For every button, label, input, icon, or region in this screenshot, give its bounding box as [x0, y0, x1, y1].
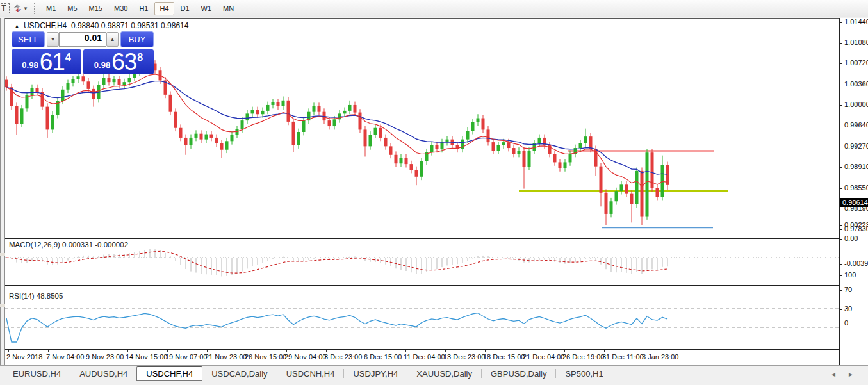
price-tick-1.01440: 1.01440 — [844, 18, 868, 26]
scale-tick-dash — [840, 229, 842, 230]
price-tick-0.99270: 0.99270 — [844, 142, 868, 150]
time-tick — [48, 350, 49, 352]
scale-tick-dash — [840, 209, 842, 209]
price-scale[interactable]: 1.014401.010801.007201.003601.000000.996… — [839, 18, 868, 365]
volume-decrease-button[interactable]: ▼ — [47, 32, 59, 47]
buy-price-box[interactable]: 0.98 63 8 — [83, 49, 154, 74]
volume-input[interactable]: 0.01 — [59, 32, 106, 47]
collapse-triangle-icon[interactable]: ▲ — [14, 23, 20, 29]
toolbar-grip[interactable] — [33, 3, 37, 14]
time-label: 9 Nov 23:00 — [86, 353, 124, 361]
timeframe-button-d1[interactable]: D1 — [176, 2, 195, 15]
scale-tick-dash — [840, 309, 842, 310]
time-label: 21 Dec 04:00 — [523, 353, 564, 361]
volume-increase-button[interactable]: ▲ — [106, 32, 119, 47]
timeframe-button-m1[interactable]: M1 — [41, 2, 61, 15]
chart-ohlc-header: ▲USDCHF,H4 0.98840 0.98871 0.98531 0.986… — [14, 21, 188, 30]
chart-tab-usdchf[interactable]: USDCHF,H4 — [136, 366, 202, 381]
macd-label: MACD(12,26,9) 0.000331 -0.000002 — [9, 241, 128, 249]
arrange-arrows-icon[interactable]: ▼ — [13, 2, 28, 15]
time-tick — [167, 350, 168, 352]
time-label: 7 Nov 04:00 — [46, 353, 84, 361]
timeframe-button-m5[interactable]: M5 — [62, 2, 82, 15]
scale-tick-dash — [840, 167, 842, 168]
timeframe-button-m15[interactable]: M15 — [84, 2, 108, 15]
time-label: 18 Dec 15:00 — [483, 353, 525, 361]
timeframe-button-h4[interactable]: H4 — [154, 2, 174, 15]
chart-tab-usdjpy[interactable]: USDJPY,H4 — [344, 366, 407, 381]
scale-tick-dash — [840, 22, 842, 23]
time-label: 31 Dec 11:00 — [602, 353, 644, 361]
scale-tick-dash — [840, 264, 842, 265]
time-tick — [564, 350, 565, 352]
time-label: 21 Nov 23:00 — [205, 353, 247, 361]
buy-button[interactable]: BUY — [120, 31, 154, 47]
buy-price-prefix: 0.98 — [94, 60, 110, 70]
time-tick — [485, 350, 486, 352]
scale-tick-dash — [840, 324, 842, 324]
time-label: 2 Nov 2018 — [6, 353, 42, 361]
scale-tick-dash — [840, 105, 842, 106]
top-toolbar: T ▼ M1M5M15M30H1H4D1W1MN — [0, 0, 868, 17]
scale-tick-dash — [840, 239, 842, 240]
timeframe-buttons: M1M5M15M30H1H4D1W1MN — [40, 2, 240, 15]
text-label-tool-icon[interactable]: T — [0, 2, 12, 15]
rsi-tick-0: 0 — [844, 319, 848, 327]
timeframe-button-h1[interactable]: H1 — [134, 2, 153, 15]
price-tick-0.99640: 0.99640 — [844, 121, 868, 129]
rsi-chart[interactable] — [5, 290, 839, 349]
rsi-tick-30: 30 — [844, 305, 852, 313]
tab-scroll-left-icon[interactable]: ◄ — [830, 371, 837, 379]
time-tick — [286, 350, 287, 352]
dropdown-caret-icon[interactable]: ▼ — [23, 6, 28, 12]
rsi-indicator-pane[interactable]: RSI(14) 48.8505 — [5, 290, 839, 350]
chart-tab-usdcnh[interactable]: USDCNH,H4 — [277, 366, 344, 381]
chart-tab-sp500[interactable]: SP500,H1 — [556, 366, 612, 381]
chart-tab-audusd[interactable]: AUDUSD,H4 — [70, 366, 136, 381]
macd-chart[interactable] — [5, 239, 839, 285]
timeframe-button-mn[interactable]: MN — [218, 2, 239, 15]
chart-tab-gbpusd[interactable]: GBPUSD,Daily — [482, 366, 555, 381]
macd-tick-zero: 0.00 — [844, 234, 858, 242]
scale-tick-dash — [840, 225, 842, 226]
scale-tick-dash — [840, 290, 842, 291]
time-tick — [525, 350, 525, 352]
price-tick-1.00360: 1.00360 — [844, 80, 868, 88]
chart-tab-bar: EURUSD,H4AUDUSD,H4USDCHF,H4USDCAD,DailyU… — [0, 365, 868, 385]
sell-button[interactable]: SELL — [12, 31, 45, 47]
one-click-trading-panel: SELL ▼ 0.01 ▲ BUY 0.98 61 4 0.98 63 8 — [12, 31, 154, 74]
macd-tick-top: 0.002239 — [844, 221, 868, 229]
current-price-tag: 0.98614 — [840, 198, 868, 207]
main-price-pane[interactable]: ▲USDCHF,H4 0.98840 0.98871 0.98531 0.986… — [5, 18, 839, 234]
time-tick — [88, 350, 88, 352]
sell-price-digits: 61 — [40, 52, 65, 72]
rsi-tick-70: 70 — [844, 286, 852, 293]
chart-title: USDCHF,H4 — [24, 21, 67, 30]
chart-ohlc-values: 0.98840 0.98871 0.98531 0.98614 — [71, 21, 189, 30]
scale-tick-dash — [840, 275, 842, 276]
window-left-border[interactable] — [0, 18, 5, 365]
rsi-tick-100: 100 — [844, 271, 856, 279]
chart-tab-eurusd[interactable]: EURUSD,H4 — [4, 366, 70, 381]
time-tick — [247, 350, 247, 352]
chart-window: ▲USDCHF,H4 0.98840 0.98871 0.98531 0.986… — [0, 18, 868, 365]
time-label: 3 Dec 23:00 — [324, 353, 362, 361]
time-label: 19 Nov 07:00 — [165, 353, 207, 361]
diamond-arrows-icon — [13, 3, 22, 13]
time-label: 6 Dec 15:00 — [364, 353, 402, 361]
timeframe-button-w1[interactable]: W1 — [196, 2, 217, 15]
timeframe-button-m30[interactable]: M30 — [109, 2, 133, 15]
sell-price-box[interactable]: 0.98 61 4 — [12, 49, 81, 74]
macd-indicator-pane[interactable]: MACD(12,26,9) 0.000331 -0.000002 — [5, 238, 839, 286]
time-axis[interactable]: 2 Nov 20187 Nov 04:009 Nov 23:0014 Nov 1… — [5, 350, 839, 365]
tab-scroll-right-icon[interactable]: ► — [847, 371, 855, 379]
scale-tick-dash — [840, 85, 842, 85]
time-tick — [207, 350, 208, 352]
macd-tick-bottom: -0.003901 — [844, 259, 868, 267]
scale-tick-dash — [840, 147, 842, 147]
time-tick — [326, 350, 327, 352]
time-label: 29 Nov 04:00 — [284, 353, 326, 361]
time-label: 3 Jan 23:00 — [642, 353, 679, 361]
chart-tab-xauusd[interactable]: XAUUSD,Daily — [407, 366, 481, 381]
chart-tab-usdcad[interactable]: USDCAD,Daily — [202, 366, 276, 381]
